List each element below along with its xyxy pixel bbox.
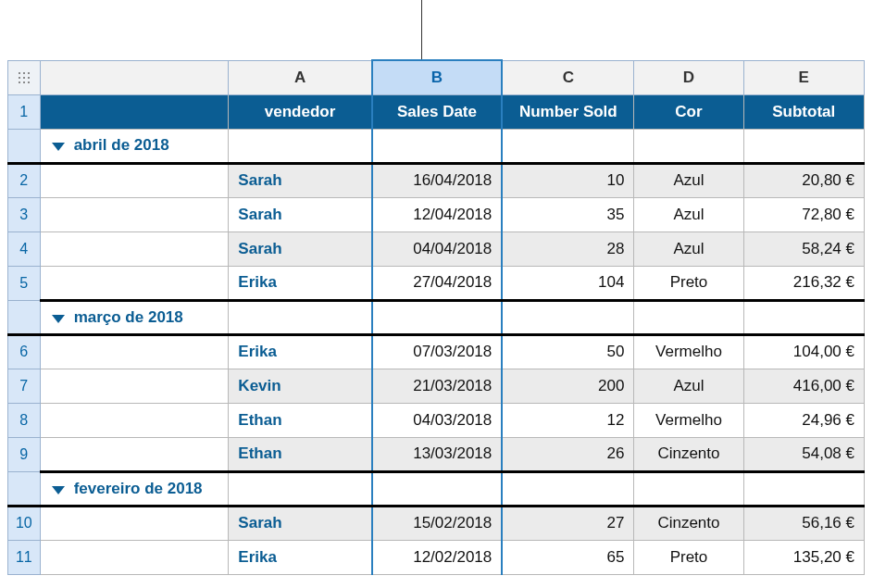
cell-sales-date[interactable]: 04/03/2018 bbox=[372, 403, 503, 437]
header-subtotal[interactable]: Subtotal bbox=[743, 94, 864, 129]
cell-number-sold[interactable]: 10 bbox=[502, 163, 634, 197]
cell-blank[interactable] bbox=[40, 369, 229, 403]
header-cor[interactable]: Cor bbox=[634, 94, 743, 129]
row-number[interactable]: 7 bbox=[8, 369, 41, 403]
cell-blank[interactable] bbox=[634, 300, 743, 334]
row-number[interactable]: 5 bbox=[8, 266, 41, 300]
cell-blank[interactable] bbox=[372, 300, 503, 334]
cell-vendedor[interactable]: Kevin bbox=[229, 369, 372, 403]
cell-blank[interactable] bbox=[502, 129, 634, 163]
cell-sales-date[interactable]: 07/03/2018 bbox=[372, 334, 503, 369]
row-number[interactable]: 10 bbox=[8, 506, 41, 540]
row-number-blank[interactable] bbox=[8, 300, 41, 334]
cell-vendedor[interactable]: Sarah bbox=[229, 231, 372, 266]
column-header-b[interactable]: B bbox=[372, 60, 503, 94]
cell-blank[interactable] bbox=[229, 129, 372, 163]
cell-subtotal[interactable]: 20,80 € bbox=[743, 163, 864, 197]
cell-blank[interactable] bbox=[743, 471, 864, 506]
cell-vendedor[interactable]: Sarah bbox=[229, 163, 372, 197]
cell-sales-date[interactable]: 15/02/2018 bbox=[372, 506, 503, 540]
cell-subtotal[interactable]: 24,96 € bbox=[743, 403, 864, 437]
row-number[interactable]: 11 bbox=[8, 540, 41, 574]
cell-blank[interactable] bbox=[40, 334, 229, 369]
cell-blank[interactable] bbox=[40, 540, 229, 574]
group-label[interactable]: abril de 2018 bbox=[40, 129, 229, 163]
cell-cor[interactable]: Azul bbox=[634, 369, 743, 403]
row-number[interactable]: 1 bbox=[8, 94, 41, 129]
row-number[interactable]: 3 bbox=[8, 197, 41, 231]
cell-vendedor[interactable]: Erika bbox=[229, 266, 372, 300]
group-label[interactable]: março de 2018 bbox=[40, 300, 229, 334]
cell-blank[interactable] bbox=[40, 266, 229, 300]
cell-vendedor[interactable]: Ethan bbox=[229, 403, 372, 437]
row-number[interactable]: 9 bbox=[8, 437, 41, 471]
cell-vendedor[interactable]: Sarah bbox=[229, 197, 372, 231]
cell-number-sold[interactable]: 27 bbox=[502, 506, 634, 540]
cell-subtotal[interactable]: 416,00 € bbox=[743, 369, 864, 403]
cell-cor[interactable]: Cinzento bbox=[634, 437, 743, 471]
cell-blank[interactable] bbox=[40, 197, 229, 231]
row-number[interactable]: 4 bbox=[8, 231, 41, 266]
disclosure-triangle-icon[interactable] bbox=[52, 143, 65, 151]
cell-cor[interactable]: Azul bbox=[634, 163, 743, 197]
cell-blank[interactable] bbox=[502, 471, 634, 506]
cell-number-sold[interactable]: 26 bbox=[502, 437, 634, 471]
cell-sales-date[interactable]: 12/02/2018 bbox=[372, 540, 503, 574]
cell-number-sold[interactable]: 104 bbox=[502, 266, 634, 300]
cell-blank[interactable] bbox=[372, 129, 503, 163]
disclosure-triangle-icon[interactable] bbox=[52, 486, 65, 494]
cell-blank[interactable] bbox=[743, 129, 864, 163]
cell-vendedor[interactable]: Ethan bbox=[229, 437, 372, 471]
row-number[interactable]: 8 bbox=[8, 403, 41, 437]
cell-blank[interactable] bbox=[743, 300, 864, 334]
cell-cor[interactable]: Cinzento bbox=[634, 506, 743, 540]
cell-blank[interactable] bbox=[40, 163, 229, 197]
cell-cor[interactable]: Vermelho bbox=[634, 403, 743, 437]
cell-cor[interactable]: Vermelho bbox=[634, 334, 743, 369]
cell-blank[interactable] bbox=[634, 471, 743, 506]
column-header-a[interactable]: A bbox=[229, 60, 372, 94]
header-blank[interactable] bbox=[40, 94, 229, 129]
cell-cor[interactable]: Azul bbox=[634, 231, 743, 266]
row-number[interactable]: 2 bbox=[8, 163, 41, 197]
cell-number-sold[interactable]: 65 bbox=[502, 540, 634, 574]
header-sales-date[interactable]: Sales Date bbox=[372, 94, 503, 129]
cell-sales-date[interactable]: 21/03/2018 bbox=[372, 369, 503, 403]
cell-subtotal[interactable]: 54,08 € bbox=[743, 437, 864, 471]
header-number-sold[interactable]: Number Sold bbox=[502, 94, 634, 129]
cell-sales-date[interactable]: 12/04/2018 bbox=[372, 197, 503, 231]
cell-subtotal[interactable]: 58,24 € bbox=[743, 231, 864, 266]
column-header-blank[interactable] bbox=[40, 60, 229, 94]
cell-blank[interactable] bbox=[502, 300, 634, 334]
cell-blank[interactable] bbox=[40, 506, 229, 540]
row-number-blank[interactable] bbox=[8, 129, 41, 163]
column-header-e[interactable]: E bbox=[743, 60, 864, 94]
disclosure-triangle-icon[interactable] bbox=[52, 315, 65, 323]
cell-vendedor[interactable]: Erika bbox=[229, 540, 372, 574]
row-number-blank[interactable] bbox=[8, 471, 41, 506]
cell-cor[interactable]: Preto bbox=[634, 540, 743, 574]
cell-number-sold[interactable]: 28 bbox=[502, 231, 634, 266]
group-label[interactable]: fevereiro de 2018 bbox=[40, 471, 229, 506]
header-vendedor[interactable]: vendedor bbox=[229, 94, 372, 129]
cell-subtotal[interactable]: 56,16 € bbox=[743, 506, 864, 540]
cell-cor[interactable]: Preto bbox=[634, 266, 743, 300]
cell-number-sold[interactable]: 200 bbox=[502, 369, 634, 403]
cell-blank[interactable] bbox=[40, 403, 229, 437]
row-number[interactable]: 6 bbox=[8, 334, 41, 369]
cell-number-sold[interactable]: 50 bbox=[502, 334, 634, 369]
cell-sales-date[interactable]: 13/03/2018 bbox=[372, 437, 503, 471]
cell-vendedor[interactable]: Sarah bbox=[229, 506, 372, 540]
cell-sales-date[interactable]: 16/04/2018 bbox=[372, 163, 503, 197]
cell-sales-date[interactable]: 04/04/2018 bbox=[372, 231, 503, 266]
cell-vendedor[interactable]: Erika bbox=[229, 334, 372, 369]
select-all-corner[interactable] bbox=[8, 60, 41, 94]
column-header-d[interactable]: D bbox=[634, 60, 743, 94]
cell-number-sold[interactable]: 35 bbox=[502, 197, 634, 231]
cell-blank[interactable] bbox=[372, 471, 503, 506]
cell-subtotal[interactable]: 135,20 € bbox=[743, 540, 864, 574]
cell-number-sold[interactable]: 12 bbox=[502, 403, 634, 437]
cell-blank[interactable] bbox=[229, 471, 372, 506]
cell-blank[interactable] bbox=[634, 129, 743, 163]
cell-blank[interactable] bbox=[40, 437, 229, 471]
